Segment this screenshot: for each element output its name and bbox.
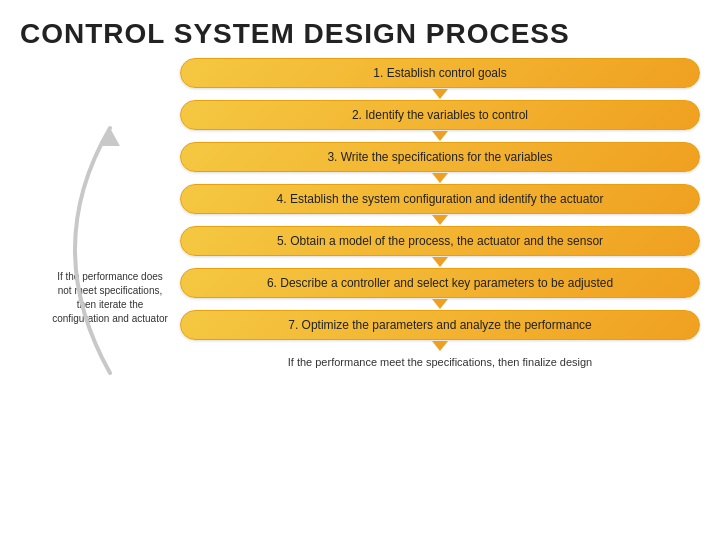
bottom-text: If the performance meet the specificatio… <box>180 356 700 368</box>
arrow-3 <box>432 173 448 183</box>
step-7-wrapper: 7. Optimize the parameters and analyze t… <box>180 310 700 340</box>
arrow-4 <box>432 215 448 225</box>
arrow-2 <box>432 131 448 141</box>
arrow-5 <box>432 257 448 267</box>
step-5: 5. Obtain a model of the process, the ac… <box>180 226 700 256</box>
step-2: 2. Identify the variables to control <box>180 100 700 130</box>
step-1-wrapper: 1. Establish control goals <box>180 58 700 88</box>
arrow-7 <box>432 341 448 351</box>
step-3: 3. Write the specifications for the vari… <box>180 142 700 172</box>
step-3-wrapper: 3. Write the specifications for the vari… <box>180 142 700 172</box>
step-4-wrapper: 4. Establish the system configuration an… <box>180 184 700 214</box>
feedback-arc-icon <box>30 118 140 378</box>
step-4: 4. Establish the system configuration an… <box>180 184 700 214</box>
step-5-wrapper: 5. Obtain a model of the process, the ac… <box>180 226 700 256</box>
feedback-panel: If the performance does not meet specifi… <box>20 88 180 368</box>
step-2-wrapper: 2. Identify the variables to control <box>180 100 700 130</box>
arrow-1 <box>432 89 448 99</box>
arrow-6 <box>432 299 448 309</box>
steps-panel: 1. Establish control goals 2. Identify t… <box>180 58 720 368</box>
step-7: 7. Optimize the parameters and analyze t… <box>180 310 700 340</box>
step-6: 6. Describe a controller and select key … <box>180 268 700 298</box>
step-1: 1. Establish control goals <box>180 58 700 88</box>
step-6-wrapper: 6. Describe a controller and select key … <box>180 268 700 298</box>
page-title: CONTROL SYSTEM DESIGN PROCESS <box>0 0 720 58</box>
